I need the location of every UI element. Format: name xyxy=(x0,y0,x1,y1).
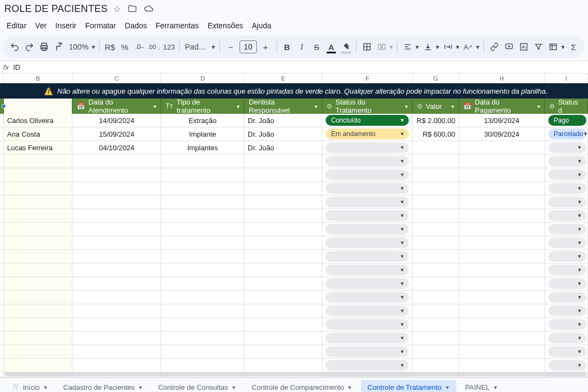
cell[interactable] xyxy=(413,345,459,358)
cell[interactable] xyxy=(4,291,72,304)
status-pill[interactable]: ▼ xyxy=(548,360,586,371)
cell[interactable] xyxy=(4,223,72,236)
table-row[interactable]: ▼▼ xyxy=(0,264,588,277)
table-row[interactable]: ▼▼ xyxy=(0,359,588,372)
cell[interactable]: ▼ xyxy=(322,332,413,345)
status-pill[interactable]: ▼ xyxy=(326,169,409,180)
cell[interactable] xyxy=(244,223,322,236)
cell[interactable]: ▼ xyxy=(545,168,588,181)
table-row[interactable]: Lucas Ferreira04/10/2024ImplantesDr. Joã… xyxy=(0,141,588,155)
cell[interactable] xyxy=(72,277,161,290)
status-pill[interactable]: ▼ xyxy=(548,265,586,275)
cell[interactable] xyxy=(413,168,459,181)
menu-ver[interactable]: Ver xyxy=(31,19,51,32)
insert-link-button[interactable] xyxy=(487,39,501,54)
cell[interactable] xyxy=(72,304,161,317)
spreadsheet-grid[interactable]: B C D E F G H I ⚠️ Não altere ou apague … xyxy=(0,74,588,377)
table-row[interactable]: ▼▼ xyxy=(0,250,588,264)
print-button[interactable] xyxy=(37,39,51,54)
redo-button[interactable] xyxy=(22,39,36,54)
menu-ferramentas[interactable]: Ferramentas xyxy=(151,19,203,32)
status-pill[interactable]: Em andamento▼ xyxy=(326,128,409,139)
cell[interactable] xyxy=(4,195,72,209)
status-pill[interactable]: ▼ xyxy=(548,210,586,221)
cell[interactable] xyxy=(4,155,72,168)
select-all-corner[interactable] xyxy=(0,74,4,83)
fill-color-button[interactable] xyxy=(339,39,353,54)
cell[interactable] xyxy=(4,318,72,331)
cell-status[interactable]: ▼ xyxy=(322,141,413,154)
status-pill[interactable]: ▼ xyxy=(326,197,409,207)
menu-editar[interactable]: Editar xyxy=(2,19,31,32)
status-pill[interactable]: ▼ xyxy=(548,292,586,303)
cell-data-atend[interactable]: 04/10/2024 xyxy=(72,141,161,154)
status-pill[interactable]: ▼ xyxy=(326,360,409,371)
font-select[interactable]: Padrã… xyxy=(183,42,211,51)
paint-format-button[interactable] xyxy=(52,39,65,54)
cell-data-atend[interactable]: 14/09/2024 xyxy=(72,114,161,127)
cell[interactable] xyxy=(244,345,322,358)
cell[interactable] xyxy=(161,291,244,304)
sheet-tab-cadastro-de-pacientes[interactable]: Cadastro de Pacientes▼ xyxy=(57,380,149,392)
status-pill[interactable]: ▼ xyxy=(326,265,409,275)
cell-nome[interactable]: Carlos Oliveira xyxy=(4,114,72,127)
status-pill[interactable]: ▼ xyxy=(548,237,586,248)
cell[interactable] xyxy=(161,304,244,317)
cell[interactable] xyxy=(4,345,72,358)
cell[interactable]: ▼ xyxy=(545,304,588,317)
percent-button[interactable]: % xyxy=(118,39,131,54)
status-pill[interactable]: ▼ xyxy=(326,346,409,357)
cell[interactable] xyxy=(459,182,545,195)
menu-ajuda[interactable]: Ajuda xyxy=(248,19,276,32)
cell[interactable] xyxy=(459,223,545,236)
cell[interactable] xyxy=(72,345,161,358)
cell-valor[interactable]: R$ 600,00 xyxy=(413,127,459,140)
sheet-tab-controle-de-consultas[interactable]: Controle de Consultas▼ xyxy=(151,380,243,392)
cell[interactable]: ▼ xyxy=(545,195,588,209)
status-pill[interactable]: ▼ xyxy=(548,305,586,316)
cell[interactable] xyxy=(413,236,459,249)
cell[interactable] xyxy=(72,195,161,209)
cell[interactable] xyxy=(161,250,244,263)
cell[interactable] xyxy=(459,359,545,372)
cell[interactable] xyxy=(4,182,72,195)
table-row[interactable]: Ana Costa15/09/2024ImplanteDr. JoãoEm an… xyxy=(0,127,588,141)
cell[interactable]: ▼ xyxy=(545,291,588,304)
cell[interactable] xyxy=(459,155,545,168)
cell-data-pag[interactable]: 30/09/2024 xyxy=(459,127,545,140)
cell-data-pag[interactable]: 13/09/2024 xyxy=(459,114,545,127)
cell[interactable] xyxy=(4,277,72,290)
menu-extensões[interactable]: Extensões xyxy=(203,19,247,32)
cell-pag-status[interactable]: Parcelado▼ xyxy=(545,127,588,140)
italic-button[interactable]: I xyxy=(295,39,309,54)
cell[interactable] xyxy=(244,264,322,277)
insert-chart-button[interactable] xyxy=(517,39,531,54)
menu-formatar[interactable]: Formatar xyxy=(81,19,121,32)
insert-comment-button[interactable] xyxy=(502,39,516,54)
functions-button[interactable]: Σ xyxy=(567,39,580,54)
column-header[interactable]: E xyxy=(244,74,322,83)
cell[interactable]: ▼ xyxy=(322,291,413,304)
cell[interactable] xyxy=(413,264,459,277)
cell[interactable] xyxy=(4,332,72,345)
cell[interactable] xyxy=(459,195,545,209)
status-pill[interactable]: ▼ xyxy=(548,197,586,207)
cell[interactable]: ▼ xyxy=(545,250,588,263)
sheet-tab-controle-de-comparecimento[interactable]: Controle de Comparecimento▼ xyxy=(245,380,359,392)
cell-dentista[interactable]: Dr. João xyxy=(244,114,322,127)
formula-input[interactable]: ID xyxy=(13,63,20,71)
cell[interactable] xyxy=(161,236,244,249)
cell[interactable] xyxy=(161,264,244,277)
formula-bar[interactable]: fx ID xyxy=(0,60,588,74)
status-pill[interactable]: ▼ xyxy=(326,210,409,221)
merge-cells-button[interactable] xyxy=(375,39,388,54)
status-pill[interactable]: ▼ xyxy=(326,237,409,248)
menu-inserir[interactable]: Inserir xyxy=(51,19,81,32)
column-header[interactable]: B xyxy=(4,74,72,83)
document-title[interactable]: ROLE DE PACIENTES xyxy=(4,3,108,15)
cell[interactable] xyxy=(72,250,161,263)
table-row[interactable]: ▼▼ xyxy=(0,155,588,168)
cell[interactable] xyxy=(244,277,322,290)
status-pill[interactable]: ▼ xyxy=(326,142,409,153)
status-pill[interactable]: Concluído▼ xyxy=(326,115,409,126)
